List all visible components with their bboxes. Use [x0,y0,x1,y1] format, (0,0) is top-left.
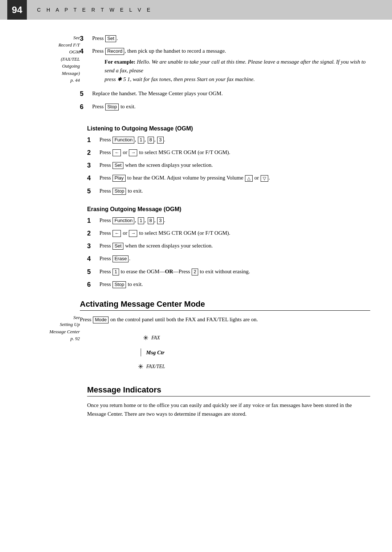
erase-step-5-text3: to exit without erasing. [199,269,250,274]
step-4-text: , then pick up the handset to record a m… [124,48,226,54]
step-5-text: Replace the handset. The Message Center … [92,90,223,96]
comma-2: , [144,137,147,142]
activating-sidebar: SeeSetting UpMessage Centerp. 92 [22,299,80,382]
listen-step-1-end: . [164,137,166,142]
listen-step-5-number: 5 [87,187,97,196]
erase-step-1: 1 Press Function, 1, 8, 3. [87,216,370,225]
key-3-b: 3 [157,217,163,224]
erase-step-3: 3 Press Set when the screen displays you… [87,242,370,251]
listen-step-2: 2 Press ← or → to select MSG CTR OGM (or… [87,148,370,157]
erasing-section: Erasing Outgoing Message (OGM) 1 Press F… [87,206,370,289]
key-triangle-down: ▽ [261,175,268,182]
step-6-content: Press Stop to exit. [92,102,370,111]
erase-step-4-number: 4 [87,254,97,263]
listen-step-4-or: or [253,175,260,181]
key-8-b: 8 [148,217,154,224]
fax-row: ✳ FAX [138,331,165,346]
erase-step-6-number: 6 [87,280,97,289]
erase-step-4-press: Press [99,255,112,261]
step-3: 3 Press Set. [80,34,370,43]
listen-step-5-text: to exit. [126,188,143,194]
step-3-text-press: Press [92,35,105,41]
listen-step-3-content: Press Set when the screen displays your … [99,161,370,169]
listen-step-4-text: to hear the OGM. Adjust volume by pressi… [126,175,245,181]
faxtel-label: FAX/TEL [146,361,165,372]
message-indicators-heading: Message Indicators [87,385,370,395]
step-4-content: Press Record, then pick up the handset t… [92,47,370,86]
example-block: For example: Hello. We are unable to tak… [105,57,370,84]
key-left-1: ← [113,149,121,156]
sidebar-note-area-1: SeeRecord F/TOGM(FAX/TELOutgoingMessage)… [22,34,80,115]
listen-step-3: 3 Press Set when the screen displays you… [87,161,370,170]
step-3-period: . [117,35,118,41]
key-set-1: Set [105,35,116,42]
listen-step-5: 5 Press Stop to exit. [87,187,370,196]
erase-step-2-text: to select MSG CTR OGM (or F/T OGM). [138,230,230,236]
listen-step-2-number: 2 [87,148,97,157]
step-6-text: to exit. [119,104,135,109]
example-label: For example: [105,59,135,65]
key-set-2: Set [113,162,123,169]
faxtel-star-icon: ✳ [138,360,143,374]
listen-step-1-content: Press Function, 1, 8, 3. [99,136,370,144]
listen-step-2-text: Press [99,149,112,155]
erase-step-6-content: Press Stop to exit. [99,280,370,289]
step-4-press: Press [92,48,105,54]
step-3-number: 3 [80,34,90,43]
key-stop-3: Stop [113,281,126,288]
erase-step-2-or: or [121,230,128,236]
key-1-a: 1 [138,137,144,144]
step-5: 5 Replace the handset. The Message Cente… [80,89,370,98]
key-3-a: 3 [157,137,163,144]
comma-1: , [135,137,138,142]
key-triangle-up: △ [245,175,253,182]
faxtel-row: ✳ FAX/TEL [138,360,165,374]
listen-step-2-end: to select MSG CTR OGM (or F/T OGM). [138,149,230,155]
key-stop-1: Stop [105,104,119,110]
erase-step-2-press: Press [99,230,112,236]
message-indicators-section: Message Indicators Once you return home … [87,385,370,419]
key-1-c: 1 [113,269,119,275]
comma-3: , [154,137,157,142]
sidebar-note-1: SeeRecord F/TOGM(FAX/TELOutgoingMessage)… [22,34,80,84]
msgctr-label: Msg Ctr [146,347,164,359]
erase-step-5-text2: —Press [173,269,191,274]
erase-step-3-text: when the screen displays your selection. [124,243,213,249]
step-3-content: Press Set. [92,34,370,43]
listen-step-1: 1 Press Function, 1, 8, 3. [87,136,370,145]
key-2-a: 2 [192,269,198,275]
erase-step-6: 6 Press Stop to exit. [87,280,370,289]
erase-step-2-content: Press ← or → to select MSG CTR OGM (or F… [99,229,370,237]
key-play: Play [113,175,125,182]
page-number: 94 [7,0,27,20]
erase-step-4-end: . [129,255,130,261]
erase-step-4-content: Press Erase. [99,254,370,263]
step-4: 4 Press Record, then pick up the handset… [80,47,370,86]
listen-step-3-press: Press [99,162,112,168]
erasing-heading: Erasing Outgoing Message (OGM) [87,206,370,213]
listen-step-1-number: 1 [87,136,97,145]
key-mode: Mode [93,317,109,323]
erase-step-5-press1: Press [99,269,112,274]
erase-step-3-content: Press Set when the screen displays your … [99,242,370,250]
step-5-number: 5 [80,89,90,98]
listen-step-5-press: Press [99,188,112,194]
listen-step-1-press: Press [99,137,112,142]
erase-comma-2: , [144,217,147,223]
step-4-number: 4 [80,47,90,56]
key-record: Record [105,48,124,55]
key-set-3: Set [113,243,123,250]
key-left-2: ← [113,230,121,237]
erase-step-1-content: Press Function, 1, 8, 3. [99,216,370,225]
listen-step-4-content: Press Play to hear the OGM. Adjust volum… [99,174,370,182]
erase-step-2-number: 2 [87,229,97,238]
listen-step-4-number: 4 [87,174,97,183]
listen-step-5-content: Press Stop to exit. [99,187,370,195]
fax-label: FAX [151,333,160,344]
erase-step-5-number: 5 [87,267,97,277]
example-text-2: press ✱ 5 1, wait for fax tones, then pr… [105,76,255,82]
erase-step-6-press: Press [99,281,112,287]
activating-content: Activating Message Center Mode Press Mod… [80,299,370,382]
listen-step-4-end: . [269,175,270,181]
activating-section: SeeSetting UpMessage Centerp. 92 Activat… [22,299,370,382]
